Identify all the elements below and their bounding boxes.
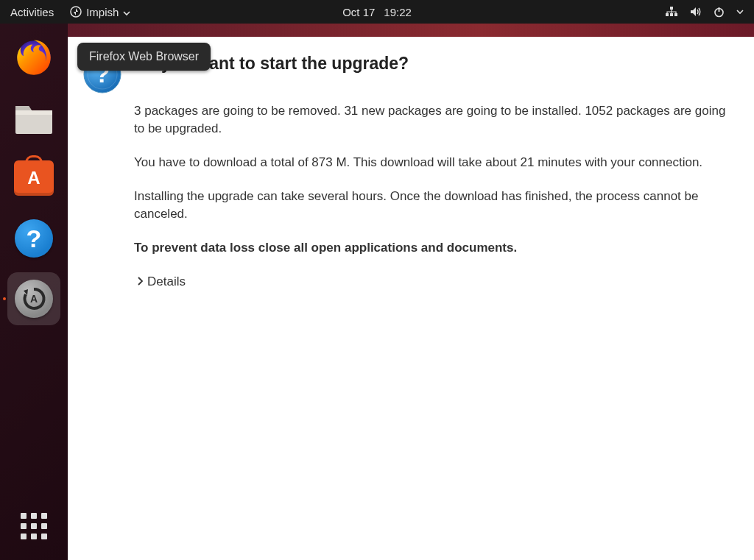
dock-item-updater[interactable]: A: [7, 272, 60, 325]
chevron-down-icon: [123, 6, 130, 18]
software-store-icon: A: [12, 156, 56, 200]
system-status-area[interactable]: [665, 6, 744, 18]
clock-time: 19:22: [384, 6, 412, 18]
dock-tooltip: Firefox Web Browser: [77, 43, 211, 71]
software-updater-icon: A: [12, 277, 56, 321]
svg-rect-2: [666, 13, 669, 16]
dock-item-files[interactable]: [7, 91, 60, 144]
top-panel: Activities Impish Oct 17 19:22: [0, 0, 754, 24]
svg-rect-4: [674, 13, 677, 16]
apps-grid-icon: [21, 513, 47, 539]
dialog-packages-text: 3 packages are going to be removed. 31 n…: [134, 102, 735, 138]
files-icon: [12, 96, 56, 140]
svg-rect-1: [670, 7, 673, 10]
app-menu-label: Impish: [86, 6, 119, 18]
firefox-icon: [12, 35, 56, 79]
help-icon: ?: [12, 216, 56, 260]
dialog-warning-text: To prevent data loss close all open appl…: [134, 239, 735, 257]
power-icon: [714, 7, 725, 18]
volume-icon: [690, 7, 702, 17]
activities-button[interactable]: Activities: [10, 6, 54, 18]
dock-item-software[interactable]: A: [7, 152, 60, 205]
dock-item-firefox[interactable]: [7, 31, 60, 84]
details-expander[interactable]: Details: [137, 273, 186, 291]
question-icon: ?: [82, 52, 122, 560]
svg-rect-3: [670, 13, 673, 16]
dock-item-help[interactable]: ?: [7, 212, 60, 265]
app-menu[interactable]: Impish: [70, 6, 130, 18]
svg-rect-8: [15, 110, 52, 115]
window-titlebar[interactable]: [68, 24, 754, 37]
app-menu-icon: [70, 6, 82, 18]
upgrade-window: ? Do you want to start the upgrade? 3 pa…: [68, 24, 754, 560]
dialog-install-text: Installing the upgrade can take several …: [134, 188, 735, 223]
chevron-right-icon: [137, 273, 144, 291]
dialog-title: Do you want to start the upgrade?: [134, 52, 735, 76]
topbar-left: Activities Impish: [10, 6, 130, 18]
network-icon: [665, 6, 678, 18]
clock[interactable]: Oct 17 19:22: [342, 6, 412, 18]
dialog-download-text: You have to download a total of 873 M. T…: [134, 154, 735, 171]
details-label: Details: [147, 273, 186, 291]
dialog-content: Do you want to start the upgrade? 3 pack…: [134, 52, 735, 560]
show-applications-button[interactable]: [7, 500, 60, 553]
chevron-down-icon: [736, 10, 744, 15]
upgrade-dialog: ? Do you want to start the upgrade? 3 pa…: [68, 37, 754, 560]
dock: A ? A: [0, 24, 68, 560]
svg-text:A: A: [30, 293, 38, 305]
clock-date: Oct 17: [342, 6, 375, 18]
